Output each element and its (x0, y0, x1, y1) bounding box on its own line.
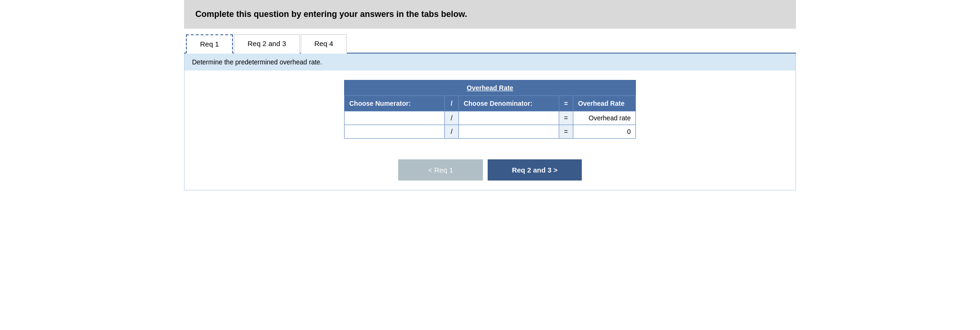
tab-req4[interactable]: Req 4 (301, 34, 347, 54)
tab-req2and3[interactable]: Req 2 and 3 (234, 34, 300, 54)
numerator-header: Choose Numerator: (345, 96, 445, 111)
tabs-container: Req 1 Req 2 and 3 Req 4 (184, 33, 796, 54)
equals-header: = (559, 96, 573, 111)
numerator-select-1[interactable] (345, 111, 444, 125)
result-cell-1: Overhead rate (573, 111, 635, 125)
denominator-input-2[interactable] (459, 125, 559, 138)
tab-req4-label: Req 4 (314, 39, 333, 47)
table-title-row: Overhead Rate (345, 80, 636, 96)
nav-buttons: Req 1 Req 2 and 3 (185, 159, 795, 190)
denominator-header: Choose Denominator: (458, 96, 559, 111)
prev-chevron-icon (428, 166, 434, 174)
numerator-input-cell-1[interactable] (345, 111, 445, 125)
numerator-input-2[interactable] (345, 125, 444, 138)
next-button-label: Req 2 and 3 (512, 166, 557, 174)
overhead-rate-table: Overhead Rate Choose Numerator: / Choose… (344, 80, 636, 139)
table-wrapper: Overhead Rate Choose Numerator: / Choose… (185, 71, 795, 148)
table-header-row: Choose Numerator: / Choose Denominator: … (345, 96, 636, 111)
equals-cell-2: = (559, 125, 573, 139)
denominator-select-1[interactable] (459, 111, 559, 125)
content-area: Determine the predetermined overhead rat… (184, 54, 796, 190)
result-header: Overhead Rate (573, 96, 635, 111)
instruction-bar: Determine the predetermined overhead rat… (185, 54, 795, 71)
table-row: / = 0 (345, 125, 636, 139)
denominator-input-cell-1[interactable] (458, 111, 559, 125)
divider-cell-1: / (444, 111, 458, 125)
next-button[interactable]: Req 2 and 3 (488, 159, 582, 181)
divider-cell-2: / (444, 125, 458, 139)
numerator-input-cell-2[interactable] (345, 125, 445, 139)
instruction-text: Determine the predetermined overhead rat… (192, 58, 322, 66)
tab-req1-label: Req 1 (200, 40, 219, 48)
table-title: Overhead Rate (467, 84, 514, 92)
table-title-cell: Overhead Rate (345, 80, 636, 96)
denominator-input-cell-2[interactable] (458, 125, 559, 139)
result-cell-2: 0 (573, 125, 635, 139)
prev-button-label: Req 1 (434, 166, 453, 174)
tab-req1[interactable]: Req 1 (186, 34, 233, 54)
equals-cell-1: = (559, 111, 573, 125)
header-instruction: Complete this question by entering your … (195, 9, 785, 19)
tab-req2and3-label: Req 2 and 3 (248, 39, 286, 47)
table-row: / = Overhead rate (345, 111, 636, 125)
header-banner: Complete this question by entering your … (184, 0, 796, 29)
prev-button[interactable]: Req 1 (398, 159, 483, 181)
divider-header: / (444, 96, 458, 111)
